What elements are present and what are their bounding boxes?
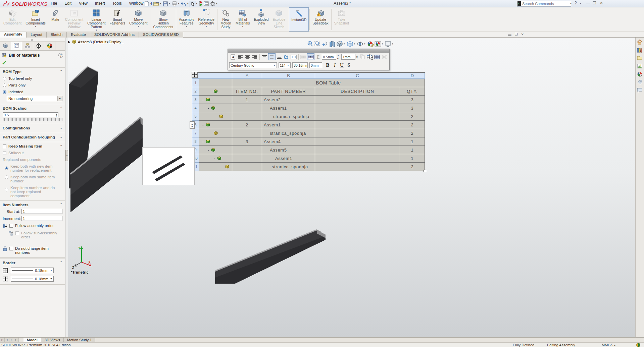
chevron-down-icon[interactable]: ▾	[364, 43, 365, 45]
tree-cell-10[interactable]: -	[199, 154, 232, 163]
qty-cell-6[interactable]: 2	[400, 121, 425, 129]
file-explorer-icon[interactable]	[636, 54, 644, 62]
resources-home-icon[interactable]	[636, 38, 644, 46]
pin-menu-icon[interactable]	[134, 1, 138, 6]
column-letter-C[interactable]: C	[315, 73, 400, 79]
forum-icon[interactable]	[636, 86, 644, 94]
rebuild-icon[interactable]	[198, 1, 203, 7]
tree-cell-7[interactable]	[199, 129, 232, 137]
doc-tab-model[interactable]: Model	[23, 338, 41, 342]
section-view-icon[interactable]	[329, 40, 336, 47]
item-numbers-header[interactable]: Item Numbers⌃	[3, 203, 62, 207]
ribbon-button-instant3d[interactable]: Instant3D	[289, 7, 309, 32]
previous-view-icon[interactable]	[321, 40, 329, 47]
tab-configuration-manager[interactable]	[22, 42, 33, 50]
feature-tree-root[interactable]: ▶ Assem3 (Default<Display...	[68, 40, 124, 44]
menu-view[interactable]: View	[75, 0, 91, 7]
row-number-2[interactable]: 2	[192, 87, 199, 96]
cell-height-spinner-icon[interactable]: ▲▼	[356, 55, 358, 59]
zoom-to-area-icon[interactable]	[314, 40, 321, 47]
expand-arrow-icon[interactable]: ▶	[68, 40, 70, 44]
item-no-cell-5[interactable]	[232, 112, 262, 121]
qty-cell-7[interactable]: 2	[400, 129, 425, 137]
radio-top-level-only[interactable]: Top-level only	[3, 76, 62, 80]
tab-dimxpert-manager[interactable]	[33, 42, 44, 50]
part-number-cell-8[interactable]: Assem4	[262, 137, 315, 146]
tree-cell[interactable]	[199, 87, 232, 96]
menu-insert[interactable]: Insert	[91, 0, 109, 7]
qty-cell-4[interactable]: 3	[400, 104, 425, 112]
ribbon-button-move-component[interactable]: MoveComponent▾	[127, 7, 149, 32]
header-qty-[interactable]: QTY.	[400, 87, 425, 96]
zoom-to-fit-icon[interactable]	[306, 40, 314, 47]
close-icon[interactable]: ✕	[600, 1, 603, 5]
row-drag-handle[interactable]: ◂▸◂▸	[190, 121, 195, 129]
header-part-number[interactable]: PART NUMBER	[262, 87, 315, 96]
keep-missing-item-header[interactable]: Keep Missing Item⌃	[3, 144, 62, 148]
ribbon-button-assembly-features[interactable]: AssemblyFeatures▾	[177, 7, 196, 32]
item-no-cell-9[interactable]	[232, 146, 262, 154]
radio-indented[interactable]: Indented	[3, 90, 62, 94]
select-cursor-icon[interactable]	[190, 1, 196, 7]
tab-property-manager[interactable]	[11, 42, 22, 50]
description-cell-6[interactable]	[315, 121, 400, 129]
ok-check-icon[interactable]: ✔	[2, 60, 6, 66]
minimize-icon[interactable]: —	[586, 1, 590, 5]
item-no-cell-8[interactable]: 3	[232, 137, 262, 146]
part-number-cell-10[interactable]: Assem1	[262, 154, 315, 163]
tab-scroll-first-icon[interactable]: |◂	[0, 338, 5, 342]
align-right-icon[interactable]	[251, 53, 258, 60]
tree-cell-9[interactable]: -	[199, 146, 232, 154]
appearances-icon[interactable]	[636, 70, 644, 78]
view-orientation-icon[interactable]	[336, 40, 343, 47]
hide-show-items-icon[interactable]	[356, 40, 364, 47]
row-number-7[interactable]: 7	[192, 129, 199, 137]
start-at-input[interactable]: 1	[21, 209, 62, 214]
search-options-caret[interactable]: ▾	[570, 2, 572, 5]
ribbon-button-show-hidden[interactable]: ShowHiddenComponents	[151, 7, 175, 32]
align-left-icon[interactable]	[237, 53, 244, 60]
text-height-input[interactable]: 30.16mm	[292, 62, 308, 68]
edit-appearance-icon[interactable]	[367, 40, 374, 47]
feature-tree-root-label[interactable]: Assem3 (Default<Display...	[78, 40, 124, 44]
bom-scaling-header[interactable]: BOM Scaling⌃	[3, 106, 62, 110]
row-number-8[interactable]: 8	[192, 137, 199, 146]
description-cell-4[interactable]	[315, 104, 400, 112]
description-cell-11[interactable]	[315, 163, 400, 171]
doc-tab-3d-views[interactable]: 3D Views	[41, 338, 64, 342]
tab-feature-manager[interactable]	[0, 42, 11, 50]
part-number-cell-11[interactable]: stranica_spodnja	[262, 163, 315, 171]
ribbon-button-new-motion-study[interactable]: *NewMotionStudy	[218, 7, 234, 32]
radio-keep-item-number[interactable]: Keep item number and do not keep replace…	[5, 186, 62, 198]
qty-cell-11[interactable]: 2	[400, 163, 425, 171]
part-number-cell-9[interactable]: Assem5	[262, 146, 315, 154]
help-caret-icon[interactable]: ▾	[580, 2, 581, 5]
tree-cell-4[interactable]: -	[199, 104, 232, 112]
search-input[interactable]	[522, 2, 570, 6]
description-cell-10[interactable]	[315, 154, 400, 163]
undo-icon[interactable]	[180, 1, 187, 7]
part-number-cell-6[interactable]: Assem1	[262, 121, 315, 129]
column-letter-D[interactable]: D	[400, 73, 425, 79]
tab-scroll-last-icon[interactable]: ▸|	[14, 338, 19, 342]
chevron-down-icon[interactable]: ▾	[354, 43, 355, 45]
doc-restore-icon[interactable]: ❐	[515, 33, 518, 36]
tree-cell-11[interactable]	[199, 163, 232, 171]
doc-close-icon[interactable]: ✕	[521, 33, 524, 36]
numbering-dropdown[interactable]: No numbering▼	[7, 96, 62, 101]
tab-layout[interactable]: Layout	[27, 32, 47, 38]
fit-text-icon[interactable]	[290, 53, 297, 60]
ribbon-button-linear-pattern[interactable]: LinearComponentPattern▾	[85, 7, 107, 32]
item-no-cell-10[interactable]	[232, 154, 262, 163]
display-style-icon[interactable]	[346, 40, 354, 47]
chevron-down-icon[interactable]: ▾	[382, 43, 383, 45]
item-no-cell-6[interactable]: 2	[232, 121, 262, 129]
search-commands-box[interactable]: >_ ▾	[517, 1, 571, 7]
keep-missing-item-checkbox[interactable]	[3, 144, 6, 148]
radio-keep-both-same-number[interactable]: Keep both with same item number	[5, 175, 62, 183]
follow-assembly-order-row[interactable]: Follow assembly order	[3, 224, 62, 228]
column-letter-B[interactable]: B	[262, 73, 315, 79]
tree-cell-8[interactable]: -	[199, 137, 232, 146]
chevron-down-icon[interactable]: ▾	[344, 43, 345, 45]
panel-splitter[interactable]	[0, 38, 65, 42]
